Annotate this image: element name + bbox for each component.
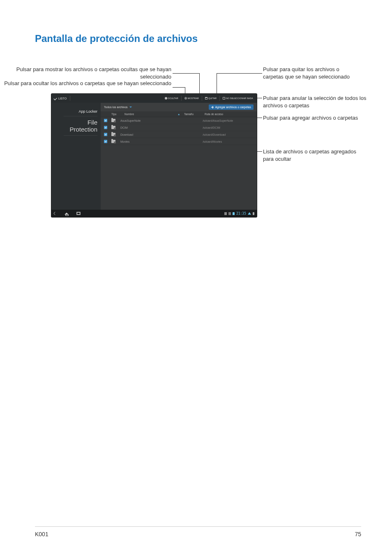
folder-icon	[111, 126, 115, 129]
dropdown-arrow-icon	[129, 107, 132, 108]
remove-button[interactable]: QUITAR	[204, 97, 218, 100]
table-row[interactable]: AsusSuperNote /sdcard/AsusSuperNote	[101, 117, 257, 124]
add-files-button[interactable]: Agregar archivos o carpetas	[209, 104, 254, 110]
plus-icon	[211, 106, 214, 109]
page-title: Pantalla de protección de archivos	[35, 33, 361, 44]
check-icon	[53, 97, 57, 100]
done-button[interactable]: LISTO	[58, 97, 67, 100]
checkbox[interactable]	[104, 126, 107, 129]
table-header: Tipo Nombre ▲ Tamaño Ruta de acceso	[101, 111, 257, 117]
checkbox[interactable]	[104, 119, 107, 122]
hide-button[interactable]: OCULTAR	[164, 97, 180, 100]
sidebar-item-app-locker[interactable]: App Locker	[64, 107, 97, 116]
sort-indicator-icon[interactable]: ▲	[178, 113, 184, 116]
footer-page-number: 75	[355, 531, 361, 537]
checkbox[interactable]	[104, 133, 107, 136]
deselect-button[interactable]: NO SELECCIONAR NADA	[221, 97, 254, 100]
footer-model: K001	[35, 531, 48, 537]
table-row[interactable]: DCIM /sdcard/DCIM	[101, 124, 257, 131]
wifi-icon	[248, 212, 251, 215]
checkbox[interactable]	[104, 140, 107, 143]
callout-remove: Pulsar para quitar los archivos o carpet…	[263, 66, 357, 80]
clock: 21:35	[236, 212, 246, 215]
eye-slash-icon	[165, 97, 167, 100]
callout-show-hidden: Pulsar para mostrar los archivos o carpe…	[0, 66, 171, 80]
col-size[interactable]: Tamaño	[184, 113, 205, 116]
filter-dropdown[interactable]: Todos los archivos	[104, 106, 132, 109]
system-bar: 21:35	[51, 210, 257, 217]
table-row[interactable]: Movies /sdcard/Movies	[101, 138, 257, 145]
deselect-icon	[223, 97, 225, 100]
col-path[interactable]: Ruta de acceso	[205, 113, 254, 116]
notification-icon	[228, 212, 231, 215]
sidebar-item-file-protection[interactable]: File Protection	[64, 116, 97, 136]
callout-hide-selected: Pulsar para ocultar los archivos o carpe…	[0, 80, 171, 87]
battery-icon	[253, 212, 254, 215]
page-footer: K001 75	[35, 526, 361, 537]
status-tray[interactable]: 21:35	[224, 212, 254, 215]
callout-deselect: Pulsar para anular la selección de todos…	[263, 95, 382, 109]
table-row[interactable]: Download /sdcard/Download	[101, 131, 257, 138]
lock-icon	[233, 212, 235, 215]
folder-icon	[111, 119, 115, 122]
trash-icon	[205, 97, 208, 100]
col-type[interactable]: Tipo	[111, 113, 125, 116]
eye-icon	[184, 97, 187, 100]
show-button[interactable]: MOSTRAR	[183, 97, 200, 100]
folder-icon	[111, 133, 115, 136]
content-panel: Todos los archivos Agregar archivos o ca…	[101, 103, 257, 210]
sidebar: App Locker File Protection	[51, 103, 101, 210]
folder-icon	[111, 140, 115, 143]
file-list: AsusSuperNote /sdcard/AsusSuperNote DCIM…	[101, 117, 257, 210]
callout-add: Pulsar para agregar archivos o carpetas	[263, 114, 366, 122]
file-protection-screenshot: LISTO OCULTAR MOSTRAR QUITAR	[51, 94, 257, 217]
callout-list: Lista de archivos o carpetas agregados p…	[263, 148, 357, 162]
sd-card-icon	[224, 212, 227, 215]
back-icon[interactable]	[53, 212, 57, 215]
col-name[interactable]: Nombre	[125, 113, 178, 116]
recent-apps-icon[interactable]	[77, 212, 80, 215]
annotated-figure: Pulsar para mostrar los archivos o carpe…	[35, 61, 361, 250]
action-bar: LISTO OCULTAR MOSTRAR QUITAR	[51, 94, 257, 103]
home-icon[interactable]	[65, 213, 69, 215]
